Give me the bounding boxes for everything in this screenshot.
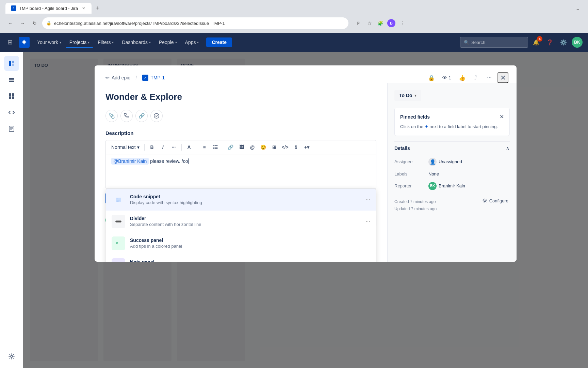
profile-button[interactable]: B [387,18,396,28]
text-style-select[interactable]: Normal text ▾ [109,143,142,151]
dropdown-item-success-panel[interactable]: Success panel Add tips in a colored pane… [106,232,376,254]
link-button[interactable]: 🔗 [135,110,148,122]
issue-id-chip[interactable]: ✓ TMP-1 [140,73,167,82]
minimize-button[interactable]: ⌄ [573,4,583,13]
bold-button[interactable]: B [147,142,157,152]
code-format-button[interactable]: </> [280,142,290,152]
settings-button[interactable]: ⚙️ [558,37,569,48]
nav-your-work[interactable]: Your work ▾ [34,37,65,47]
dropdown-item-divider[interactable]: Divider Separate content with horizontal… [106,211,376,232]
svg-rect-4 [9,79,14,80]
info-button[interactable]: ℹ [291,142,301,152]
nav-projects[interactable]: Projects ▾ [66,37,93,47]
details-toggle-button[interactable]: ∧ [506,145,510,152]
code-snippet-desc: Display code with syntax highlighting [130,200,361,205]
code-snippet-more[interactable]: ··· [366,197,370,203]
issue-type-icon: ✓ [142,75,148,81]
image-button[interactable]: 🖼 [237,142,246,152]
nav-people[interactable]: People ▾ [156,37,180,47]
nav-dashboards[interactable]: Dashboards ▾ [118,37,154,47]
svg-rect-1 [12,61,14,63]
configure-button[interactable]: Configure [481,197,510,205]
dropdown-item-note-panel[interactable]: i Note panel Add a note in a colored pan… [106,254,376,262]
pinned-header: Pinned fields ✕ [400,113,504,120]
notification-badge: 4 [537,36,542,42]
extension-button[interactable]: 🧩 [376,18,385,28]
browser-tab-active[interactable]: J TMP board - Agile board - Jira ✕ [5,3,92,14]
close-tab-button[interactable]: ✕ [81,5,86,11]
code-snippet-content: Code snippet Display code with syntax hi… [130,194,361,205]
sidebar-item-notes[interactable] [4,121,19,136]
new-tab-button[interactable]: + [93,3,102,13]
sidebar-item-settings[interactable] [4,349,19,364]
notifications-button[interactable]: 🔔 4 [531,37,542,48]
browser-actions: ⎘ ☆ 🧩 B ⋮ [354,18,407,28]
divider-more[interactable]: ··· [366,218,370,225]
nav-apps[interactable]: Apps ▾ [182,37,202,47]
menu-button[interactable]: ⋮ [397,18,407,28]
reload-button[interactable]: ↻ [30,18,39,28]
create-button[interactable]: Create [206,37,232,47]
back-button[interactable]: ← [5,18,15,28]
editor-toolbar: Normal text ▾ B I ··· A ≡ [106,140,376,154]
chevron-down-icon: ▾ [197,41,199,44]
divider-icon [112,215,125,228]
hierarchy-icon [124,113,129,119]
editor-content[interactable]: @Branimir Kain please review. /co [106,154,376,188]
configure-icon [483,198,487,203]
description-label: Description [105,130,376,136]
code-lines-icon [115,196,122,203]
bullet-list-button[interactable]: ≡ [200,142,209,152]
link-format-button[interactable]: 🔗 [226,142,235,152]
search-bar[interactable]: 🔍 Search [460,37,528,48]
nav-filters[interactable]: Filters ▾ [94,37,117,47]
table-button[interactable]: ⊞ [270,142,279,152]
svg-rect-7 [12,93,14,96]
sidebar-item-code[interactable] [4,105,19,120]
italic-button[interactable]: I [158,142,168,152]
grid-icon[interactable]: ⊞ [5,36,15,48]
address-bar[interactable]: 🔒 echelontesting.atlassian.net/jira/soft… [42,17,348,29]
pinned-close-button[interactable]: ✕ [500,113,504,120]
mention-button[interactable]: @ [248,142,257,152]
watch-button[interactable]: 👁 1 [440,74,454,82]
user-avatar[interactable]: BK [572,37,583,48]
code-snippet-title: Code snippet [130,194,361,199]
close-modal-button[interactable]: ✕ [497,72,508,83]
breadcrumb-separator: / [135,75,137,80]
font-color-button[interactable]: A [184,142,194,152]
chevron-down-icon: ▾ [112,41,114,44]
sidebar-item-board[interactable] [4,56,19,71]
child-issues-button[interactable] [120,110,133,122]
emoji-button[interactable]: 😊 [259,142,268,152]
sidebar-item-layers[interactable] [4,72,19,87]
code-snippet-icon [112,193,125,206]
reporter-value[interactable]: BK Branimir Kain [428,182,465,190]
updated-text: Updated 7 minutes ago [394,205,510,213]
thumbs-up-button[interactable]: 👍 [457,72,468,83]
sidebar-item-grid[interactable] [4,89,19,104]
sidebar [0,52,23,368]
more-actions-button[interactable]: ··· [484,72,495,83]
lock-button[interactable]: 🔒 [426,72,437,83]
add-epic-button[interactable]: ✏ Add epic [103,74,133,82]
grid-view-icon [8,93,15,99]
forward-button[interactable]: → [18,18,27,28]
checklist-button[interactable] [150,110,163,122]
insert-plus-button[interactable]: +▾ [302,142,312,152]
ordered-list-button[interactable] [211,142,220,152]
dropdown-item-code-snippet[interactable]: Code snippet Display code with syntax hi… [106,189,376,211]
cast-button[interactable]: ⎘ [354,18,363,28]
help-button[interactable]: ❓ [544,37,555,48]
share-button[interactable]: ⤴ [470,72,481,83]
jira-logo[interactable] [19,37,30,48]
more-format-button[interactable]: ··· [169,142,179,152]
modal-left-panel: Wonder & Explore 📎 🔗 Description [95,83,387,262]
attach-button[interactable]: 📎 [105,110,118,122]
details-header: Details ∧ [394,141,510,155]
chevron-down-icon: ▾ [137,144,140,150]
status-button[interactable]: To Do ▾ [394,90,421,101]
labels-value[interactable]: None [428,171,439,177]
bookmark-button[interactable]: ☆ [365,18,374,28]
assignee-value[interactable]: 👤 Unassigned [428,158,462,166]
